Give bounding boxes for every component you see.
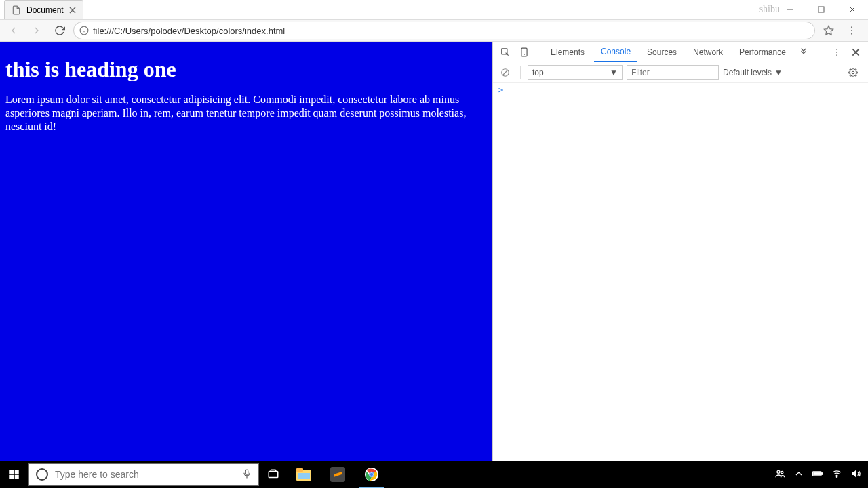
- tab-close-icon[interactable]: [69, 7, 76, 14]
- cortana-icon: [36, 468, 48, 481]
- browser-tab[interactable]: Document: [4, 0, 83, 19]
- tab-console[interactable]: Console: [594, 42, 637, 62]
- separator: [538, 46, 538, 58]
- inspect-icon[interactable]: [497, 44, 513, 60]
- chevron-down-icon: ▼: [610, 68, 618, 77]
- devtools-menu-icon[interactable]: [829, 44, 845, 60]
- log-levels-label: Default levels: [723, 68, 772, 77]
- svg-rect-25: [15, 470, 19, 474]
- svg-rect-33: [296, 468, 303, 472]
- mic-icon[interactable]: [242, 468, 252, 482]
- url-field[interactable]: file:///C:/Users/polodev/Desktop/colors/…: [73, 22, 815, 39]
- chrome-icon[interactable]: [355, 461, 388, 488]
- svg-point-17: [836, 52, 837, 53]
- tray-expand-icon[interactable]: [793, 468, 804, 481]
- svg-point-11: [851, 30, 852, 31]
- svg-line-22: [503, 70, 508, 75]
- svg-point-10: [851, 26, 852, 28]
- devtools-panel: Elements Console Sources Network Perform…: [492, 42, 868, 461]
- svg-rect-34: [298, 473, 310, 479]
- people-icon[interactable]: [774, 468, 785, 481]
- tab-sources[interactable]: Sources: [640, 42, 684, 62]
- devtools-tabbar: Elements Console Sources Network Perform…: [493, 42, 868, 62]
- system-tray: [768, 468, 868, 481]
- svg-marker-46: [852, 470, 856, 477]
- context-select[interactable]: top ▼: [528, 65, 623, 80]
- svg-rect-26: [9, 475, 14, 479]
- tab-network[interactable]: Network: [686, 42, 730, 62]
- volume-icon[interactable]: [850, 468, 861, 481]
- site-info-icon[interactable]: [79, 26, 89, 35]
- page-paragraph: Lorem ipsum dolor sit amet, consectetur …: [5, 93, 480, 134]
- battery-icon[interactable]: [812, 468, 823, 481]
- log-levels-select[interactable]: Default levels ▼: [723, 68, 783, 77]
- bookmark-star-icon[interactable]: [819, 21, 838, 40]
- tab-performance[interactable]: Performance: [732, 42, 793, 62]
- back-button[interactable]: [4, 21, 23, 40]
- taskbar-apps: [288, 461, 388, 488]
- svg-point-40: [777, 470, 780, 473]
- console-settings-icon[interactable]: [845, 64, 861, 81]
- svg-point-39: [370, 473, 374, 476]
- main-row: this is heading one Lorem ipsum dolor si…: [0, 42, 868, 461]
- rendered-page: this is heading one Lorem ipsum dolor si…: [0, 42, 492, 461]
- separator: [520, 66, 521, 79]
- window-controls: [774, 0, 868, 19]
- url-text: file:///C:/Users/polodev/Desktop/colors/…: [93, 26, 285, 36]
- svg-rect-24: [9, 470, 14, 474]
- minimize-button[interactable]: [774, 0, 806, 19]
- page-heading: this is heading one: [5, 57, 487, 82]
- context-select-value: top: [532, 68, 544, 77]
- svg-rect-44: [814, 472, 821, 475]
- svg-rect-31: [271, 470, 276, 471]
- taskbar-search-placeholder: Type here to search: [55, 469, 139, 480]
- address-bar: file:///C:/Users/polodev/Desktop/colors/…: [0, 19, 868, 42]
- sublime-text-icon[interactable]: [321, 461, 354, 488]
- maximize-button[interactable]: [806, 0, 837, 19]
- wifi-icon[interactable]: [831, 468, 842, 481]
- more-tabs-icon[interactable]: [795, 44, 812, 60]
- clear-console-icon[interactable]: [497, 64, 513, 81]
- svg-rect-43: [822, 472, 823, 474]
- svg-point-23: [852, 71, 854, 74]
- svg-rect-27: [15, 475, 19, 479]
- taskbar-search[interactable]: Type here to search: [28, 463, 259, 486]
- browser-menu-icon[interactable]: [842, 21, 861, 40]
- tab-elements[interactable]: Elements: [544, 42, 591, 62]
- task-view-button[interactable]: [259, 461, 288, 488]
- tab-title: Document: [26, 5, 64, 15]
- start-button[interactable]: [0, 461, 28, 488]
- close-button[interactable]: [837, 0, 868, 19]
- browser-titlebar: Document shibu: [0, 0, 868, 19]
- console-prompt: >: [498, 85, 503, 95]
- svg-rect-28: [245, 470, 248, 474]
- file-explorer-icon[interactable]: [288, 461, 320, 488]
- svg-point-12: [851, 33, 852, 35]
- svg-rect-14: [521, 48, 527, 56]
- svg-point-45: [836, 476, 837, 477]
- svg-point-18: [836, 54, 837, 56]
- svg-point-41: [781, 471, 783, 473]
- document-icon: [12, 5, 21, 15]
- taskbar: Type here to search: [0, 461, 868, 488]
- device-toggle-icon[interactable]: [516, 44, 532, 60]
- svg-marker-9: [824, 26, 833, 35]
- console-toolbar: top ▼ Default levels ▼: [493, 62, 868, 83]
- console-filter-input[interactable]: [627, 65, 719, 80]
- devtools-close-icon[interactable]: [848, 44, 864, 60]
- svg-rect-30: [269, 472, 278, 478]
- reload-button[interactable]: [50, 21, 69, 40]
- console-body[interactable]: >: [493, 83, 868, 461]
- svg-point-16: [836, 48, 837, 49]
- chevron-down-icon: ▼: [774, 68, 783, 77]
- svg-rect-3: [818, 7, 824, 12]
- forward-button[interactable]: [27, 21, 46, 40]
